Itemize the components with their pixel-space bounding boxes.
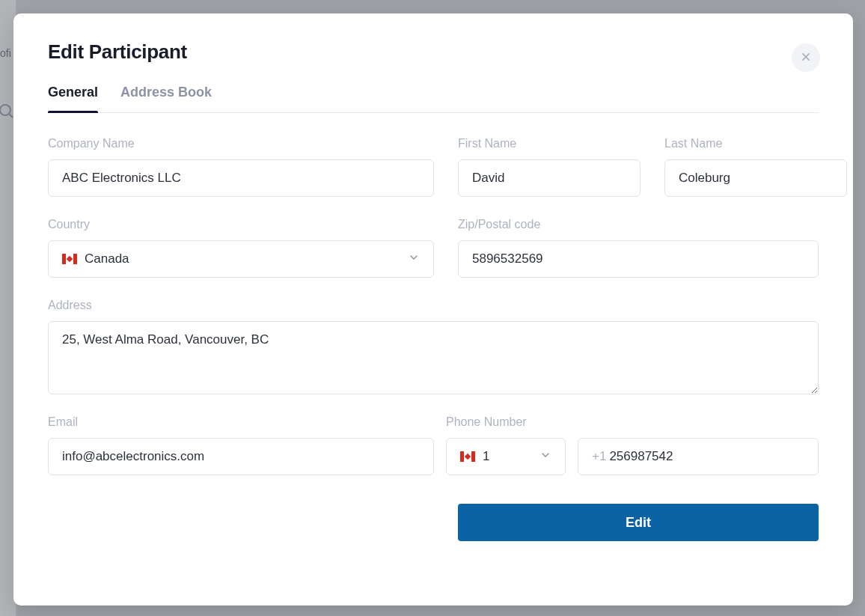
chevron-down-icon: [408, 251, 420, 267]
phone-prefix: +1: [592, 449, 606, 464]
phone-number-input-wrap[interactable]: +1: [578, 438, 819, 475]
label-company-name: Company Name: [48, 137, 434, 150]
label-last-name: Last Name: [664, 137, 847, 150]
canada-flag-icon: [62, 254, 77, 264]
canada-flag-icon: [460, 451, 475, 462]
company-name-input[interactable]: [48, 159, 434, 197]
phone-country-code-select[interactable]: 1: [446, 438, 566, 475]
chevron-down-icon: [540, 449, 551, 465]
first-name-input[interactable]: [458, 159, 641, 197]
last-name-input[interactable]: [664, 159, 847, 197]
tabs: General Address Book: [48, 85, 819, 113]
field-address: Address: [48, 299, 819, 394]
field-last-name: Last Name: [664, 137, 847, 197]
tab-general[interactable]: General: [48, 85, 98, 112]
form: Company Name First Name Last Name Countr…: [48, 137, 819, 541]
field-first-name: First Name: [458, 137, 641, 197]
country-select-value: Canada: [85, 251, 129, 266]
label-first-name: First Name: [458, 137, 641, 150]
tab-address-book[interactable]: Address Book: [120, 85, 212, 112]
field-company-name: Company Name: [48, 137, 434, 197]
country-select[interactable]: Canada: [48, 240, 434, 278]
field-zip: Zip/Postal code: [458, 218, 819, 278]
label-email: Email: [48, 415, 434, 429]
phone-dial-code-value: 1: [483, 449, 489, 464]
field-country: Country Canada: [48, 218, 434, 278]
field-phone-number: . +1: [578, 415, 819, 475]
address-input[interactable]: [48, 321, 819, 394]
close-icon: [801, 52, 811, 64]
phone-number-input[interactable]: [609, 439, 809, 475]
close-button[interactable]: [792, 43, 820, 72]
field-email: Email: [48, 415, 434, 475]
label-address: Address: [48, 299, 819, 312]
modal-title: Edit Participant: [48, 40, 819, 64]
label-zip: Zip/Postal code: [458, 218, 819, 231]
zip-input[interactable]: [458, 240, 819, 278]
label-phone: Phone Number: [446, 415, 566, 429]
field-phone-code: Phone Number 1: [446, 415, 566, 475]
edit-submit-button[interactable]: Edit: [458, 504, 819, 541]
edit-participant-modal: Edit Participant General Address Book Co…: [13, 13, 853, 606]
email-input[interactable]: [48, 438, 434, 475]
label-country: Country: [48, 218, 434, 231]
